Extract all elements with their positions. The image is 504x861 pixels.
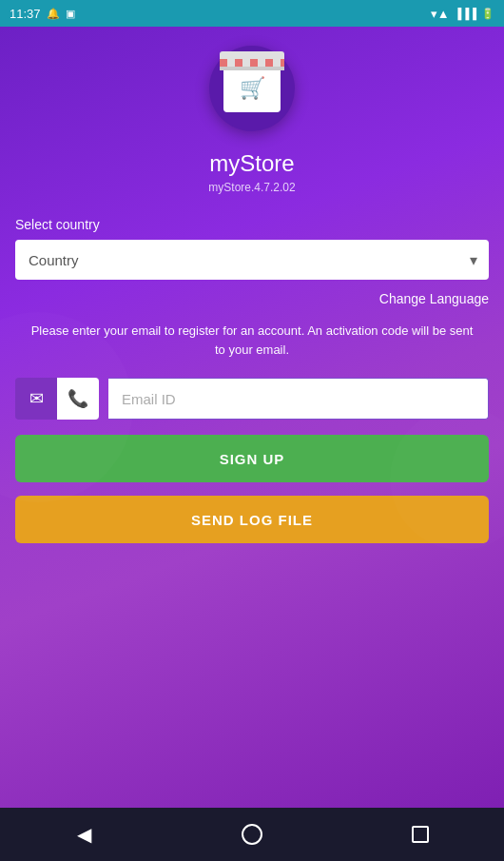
signup-button[interactable]: SIGN UP [15, 435, 489, 482]
select-country-label: Select country [15, 217, 489, 232]
main-content: 🛒 myStore myStore.4.7.2.02 Select countr… [0, 27, 504, 808]
status-icons: ▾▲ ▐▐▐ 🔋 [431, 7, 494, 21]
home-icon [242, 824, 262, 845]
sim-icon: ▣ [66, 8, 75, 20]
time-display: 11:37 [10, 7, 41, 21]
email-icon: ✉ [29, 388, 44, 409]
status-bar: 11:37 🔔 ▣ ▾▲ ▐▐▐ 🔋 [0, 0, 504, 27]
email-input[interactable] [108, 378, 489, 420]
wifi-icon: ▾▲ [431, 7, 450, 21]
nav-recents-button[interactable] [401, 815, 439, 853]
nav-home-button[interactable] [233, 815, 271, 853]
app-version: myStore.4.7.2.02 [208, 181, 295, 194]
phone-icon: 📞 [68, 388, 88, 409]
info-text: Please enter your email to register for … [15, 322, 489, 359]
country-dropdown-container[interactable]: Country United States United Kingdom Ind… [15, 240, 489, 280]
change-language-link[interactable]: Change Language [379, 291, 489, 306]
back-icon: ◀ [77, 823, 91, 846]
logo-awning [220, 51, 284, 67]
cart-icon: 🛒 [240, 76, 265, 101]
nav-back-button[interactable]: ◀ [65, 815, 103, 853]
signal-icon: ▐▐▐ [455, 8, 476, 19]
battery-icon: 🔋 [481, 8, 494, 20]
notification-icon: 🔔 [47, 8, 60, 20]
app-logo: 🛒 [223, 65, 281, 112]
app-name: myStore [209, 150, 294, 177]
app-logo-container: 🛒 [209, 46, 295, 131]
phone-icon-button[interactable]: 📞 [57, 378, 99, 420]
send-log-button[interactable]: SEND LOG FILE [15, 496, 489, 543]
nav-bar: ◀ [0, 808, 504, 861]
country-select[interactable]: Country United States United Kingdom Ind… [15, 240, 489, 280]
email-input-row: ✉ 📞 [15, 378, 489, 420]
recents-icon [412, 826, 429, 843]
email-icon-button[interactable]: ✉ [15, 378, 57, 420]
status-time: 11:37 🔔 ▣ [10, 7, 75, 21]
